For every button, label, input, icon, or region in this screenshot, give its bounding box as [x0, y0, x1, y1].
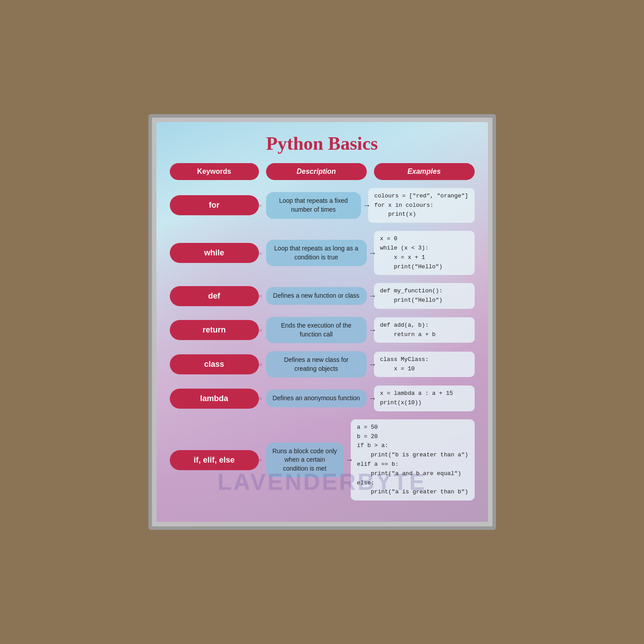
header-keywords: Keywords: [170, 163, 259, 180]
table-row: if, elif, elseRuns a block code only whe…: [170, 419, 475, 500]
arrow-icon: →: [369, 360, 377, 369]
example-box: x = 0 while (x < 3): x = x + 1 print("He…: [374, 231, 475, 275]
example-box: colours = ["red", "orange"] for x in col…: [368, 188, 475, 223]
page-title: Python Basics: [170, 133, 475, 154]
table-row: forLoop that repeats a fixed number of t…: [170, 188, 475, 223]
description-box: Defines an anonymous function: [266, 390, 367, 407]
arrow-icon: →: [345, 455, 353, 465]
rows-container: forLoop that repeats a fixed number of t…: [170, 188, 475, 501]
description-wrapper: Defines a new class for creating objects…: [266, 351, 367, 377]
table-row: whileLoop that repeats as long as a cond…: [170, 231, 475, 275]
arrow-icon: →: [363, 201, 371, 210]
frame: Python Basics Keywords Description Examp…: [148, 114, 496, 530]
keyword-pill: for: [170, 195, 259, 215]
description-box: Loop that repeats as long as a condition…: [266, 240, 367, 266]
keyword-pill: return: [170, 320, 259, 340]
keyword-pill: lambda: [170, 389, 259, 409]
example-box: class MyClass: x = 10: [374, 352, 475, 377]
example-box: def add(a, b): return a + b: [374, 317, 475, 343]
table-row: lambdaDefines an anonymous function→x = …: [170, 386, 475, 411]
poster: Python Basics Keywords Description Examp…: [156, 122, 488, 522]
description-wrapper: Ends the execution of the function call→: [266, 317, 367, 343]
arrow-icon: →: [369, 325, 377, 335]
header-examples: Examples: [374, 163, 475, 180]
keyword-pill: def: [170, 286, 259, 306]
arrow-icon: →: [369, 248, 377, 258]
description-wrapper: Defines a new function or class→: [266, 287, 367, 305]
example-box: def my_function(): print("Hello"): [374, 283, 475, 309]
description-wrapper: Defines an anonymous function→: [266, 390, 367, 407]
table-row: returnEnds the execution of the function…: [170, 317, 475, 343]
description-box: Defines a new class for creating objects: [266, 351, 367, 377]
table-row: classDefines a new class for creating ob…: [170, 351, 475, 377]
description-wrapper: Runs a block code only when a certain co…: [266, 443, 344, 478]
table-row: defDefines a new function or class→def m…: [170, 283, 475, 309]
keyword-pill: if, elif, else: [170, 450, 259, 470]
description-box: Loop that repeats a fixed number of time…: [266, 192, 361, 218]
header-description: Description: [266, 163, 367, 180]
arrow-icon: →: [369, 394, 377, 403]
example-box: x = lambda a : a + 15 print(x(10)): [374, 386, 475, 411]
description-box: Defines a new function or class: [266, 287, 367, 305]
description-box: Ends the execution of the function call: [266, 317, 367, 343]
description-box: Runs a block code only when a certain co…: [266, 443, 344, 478]
keyword-pill: class: [170, 354, 259, 374]
arrow-icon: →: [369, 291, 377, 301]
keyword-pill: while: [170, 243, 259, 263]
header-row: Keywords Description Examples: [170, 163, 475, 180]
description-wrapper: Loop that repeats a fixed number of time…: [266, 192, 361, 218]
description-wrapper: Loop that repeats as long as a condition…: [266, 240, 367, 266]
example-box: a = 50 b = 20 if b > a: print("b is grea…: [351, 419, 475, 500]
